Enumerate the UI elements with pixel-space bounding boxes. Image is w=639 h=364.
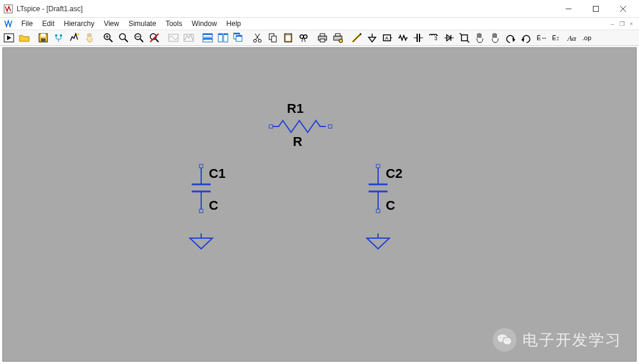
- menu-edit[interactable]: Edit: [37, 18, 59, 29]
- inductor-icon[interactable]: 3: [426, 31, 441, 45]
- net-label-icon[interactable]: A: [380, 31, 395, 45]
- ground-symbol-1[interactable]: [186, 233, 216, 251]
- svg-rect-53: [320, 34, 325, 36]
- svg-point-40: [259, 40, 262, 43]
- schematic-canvas[interactable]: R1 R C1 C C2 C 电子开发学习: [2, 47, 637, 362]
- svg-line-23: [156, 39, 159, 42]
- svg-rect-80: [328, 125, 332, 128]
- ground-symbol-2[interactable]: [363, 233, 393, 251]
- menu-file[interactable]: File: [17, 18, 37, 29]
- r1-name[interactable]: R1: [287, 101, 304, 116]
- menu-tools[interactable]: Tools: [161, 18, 187, 29]
- redo-icon[interactable]: [518, 31, 534, 45]
- print-icon[interactable]: [315, 31, 330, 45]
- svg-marker-6: [7, 35, 11, 40]
- svg-rect-34: [224, 34, 228, 35]
- svg-text:A: A: [385, 35, 389, 41]
- svg-rect-33: [224, 34, 228, 42]
- save-icon[interactable]: [36, 31, 51, 45]
- window-title: LTspice - [Draft1.asc]: [17, 5, 555, 13]
- svg-rect-88: [376, 209, 380, 213]
- svg-point-12: [77, 33, 79, 35]
- rotate-icon[interactable]: Ē↔: [534, 31, 549, 45]
- svg-rect-44: [272, 36, 276, 42]
- wechat-icon: [493, 328, 517, 352]
- mdi-restore-button[interactable]: ❐: [618, 20, 626, 28]
- zoom-fit-icon[interactable]: [131, 31, 147, 45]
- paste-icon[interactable]: [280, 31, 296, 45]
- close-button[interactable]: [609, 0, 637, 17]
- svg-rect-79: [269, 125, 273, 128]
- cascade-icon[interactable]: [231, 31, 246, 45]
- watermark: 电子开发学习: [493, 328, 622, 352]
- svg-rect-2: [593, 6, 599, 11]
- svg-rect-30: [203, 38, 212, 40]
- find-icon[interactable]: [296, 31, 311, 45]
- menu-bar: File Edit Hierarchy View Simulate Tools …: [0, 18, 639, 30]
- zoom-in-icon[interactable]: [101, 31, 116, 45]
- mdi-controls: – ❐ ×: [608, 20, 638, 28]
- simulate-icon[interactable]: [66, 31, 82, 45]
- menu-simulate[interactable]: Simulate: [124, 18, 161, 29]
- svg-line-50: [302, 38, 303, 42]
- mdi-close-button[interactable]: ×: [627, 20, 635, 28]
- tile-h-icon[interactable]: [200, 31, 215, 45]
- child-window-icon[interactable]: [4, 19, 13, 28]
- r1-value[interactable]: R: [293, 134, 302, 150]
- mirror-icon[interactable]: Ē↕: [549, 31, 564, 45]
- svg-marker-96: [367, 238, 389, 249]
- minimize-button[interactable]: [555, 0, 582, 17]
- menu-window[interactable]: Window: [187, 18, 222, 29]
- c1-name[interactable]: C1: [209, 166, 225, 181]
- capacitor-icon[interactable]: [411, 31, 426, 45]
- svg-rect-46: [286, 33, 290, 35]
- svg-point-17: [120, 34, 125, 40]
- component-icon[interactable]: [457, 31, 472, 45]
- cut-icon[interactable]: [250, 31, 265, 45]
- menu-hierarchy[interactable]: Hierarchy: [59, 18, 99, 29]
- pick-icon[interactable]: [51, 31, 66, 45]
- svg-text:Ē↕: Ē↕: [552, 34, 560, 41]
- diode-icon[interactable]: [441, 31, 457, 45]
- svg-rect-82: [199, 209, 203, 213]
- zoom-out-icon[interactable]: [116, 31, 131, 45]
- text-icon[interactable]: Aα: [564, 31, 580, 45]
- maximize-button[interactable]: [582, 0, 609, 17]
- waveform1-icon[interactable]: [166, 31, 181, 45]
- move-icon[interactable]: [472, 31, 488, 45]
- menu-view[interactable]: View: [99, 18, 124, 29]
- copy-icon[interactable]: [265, 31, 280, 45]
- waveform2-icon[interactable]: [181, 31, 196, 45]
- svg-line-18: [125, 39, 128, 42]
- drag-icon[interactable]: [488, 31, 503, 45]
- svg-line-51: [304, 38, 305, 42]
- undo-icon[interactable]: [503, 31, 518, 45]
- c2-name[interactable]: C2: [386, 166, 402, 181]
- svg-point-57: [339, 39, 343, 43]
- svg-text:.op: .op: [582, 34, 591, 41]
- svg-rect-9: [41, 38, 46, 41]
- svg-point-48: [300, 35, 304, 38]
- print-setup-icon[interactable]: [330, 31, 346, 45]
- svg-line-72: [467, 41, 469, 43]
- open-icon[interactable]: [17, 31, 32, 45]
- pan-icon[interactable]: [82, 31, 97, 45]
- mdi-minimize-button[interactable]: –: [608, 20, 617, 28]
- svg-text:Aα: Aα: [567, 34, 577, 43]
- menu-help[interactable]: Help: [222, 18, 246, 29]
- svg-point-49: [304, 35, 307, 38]
- run-icon[interactable]: [1, 31, 17, 45]
- svg-rect-36: [234, 33, 240, 34]
- svg-point-39: [254, 40, 257, 43]
- zoom-off-icon[interactable]: [147, 31, 162, 45]
- wire-icon[interactable]: [349, 31, 364, 45]
- svg-marker-59: [369, 37, 376, 42]
- ground-icon[interactable]: [364, 31, 380, 45]
- spice-directive-icon[interactable]: .op: [580, 31, 595, 45]
- c2-value[interactable]: C: [386, 198, 395, 213]
- svg-point-10: [55, 34, 57, 37]
- resistor-icon[interactable]: [395, 31, 411, 45]
- c1-value[interactable]: C: [209, 198, 218, 213]
- svg-rect-8: [41, 34, 46, 37]
- tile-v-icon[interactable]: [215, 31, 231, 45]
